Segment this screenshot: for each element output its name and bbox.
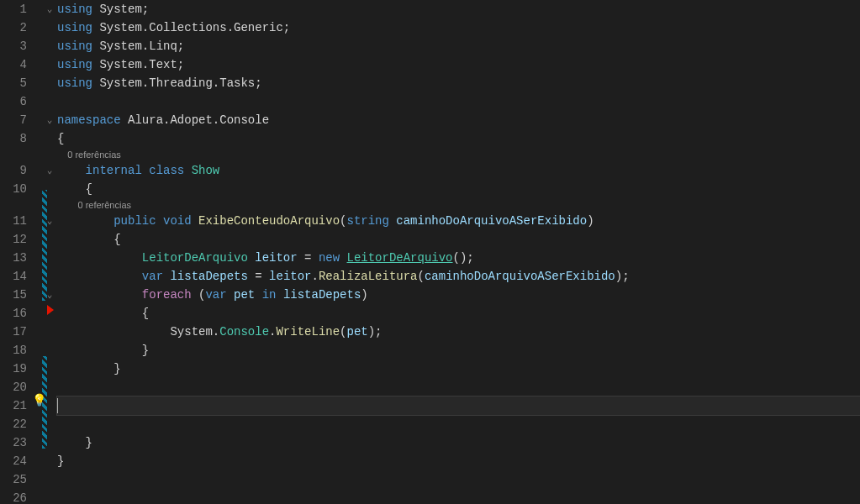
namespace-text: System: [92, 76, 142, 90]
line-number: [0, 198, 27, 212]
punct: ;: [177, 58, 184, 71]
namespace-text: Alura.Adopet.Console: [121, 113, 269, 127]
keyword-foreach: foreach: [142, 288, 198, 302]
namespace-text: .Collections.Generic: [142, 21, 283, 34]
namespace-text: System: [170, 325, 212, 339]
type-name: Console: [219, 325, 269, 339]
keyword-new: new: [319, 251, 347, 265]
punct: (: [340, 325, 346, 339]
line-number: 13: [0, 249, 27, 267]
line-number: 19: [0, 360, 27, 378]
code-line[interactable]: [57, 415, 860, 433]
line-number: 7: [0, 111, 27, 129]
namespace-text: System: [92, 21, 142, 34]
punct: {: [113, 233, 120, 246]
type-name: LeitorDeArquivo: [347, 251, 453, 265]
code-line[interactable]: namespace Alura.Adopet.Console: [57, 111, 860, 129]
line-number: 1: [0, 0, 27, 18]
operator: =: [298, 251, 319, 265]
codelens-references[interactable]: 0 referências: [57, 198, 860, 212]
keyword-internal: internal: [86, 164, 150, 177]
code-line[interactable]: }: [57, 341, 860, 360]
code-line[interactable]: {: [57, 129, 860, 148]
punct: ): [587, 214, 594, 228]
code-line[interactable]: using System.Linq;: [57, 37, 860, 55]
namespace-text: .Threading.Tasks: [142, 76, 255, 90]
code-line[interactable]: using System;: [57, 0, 860, 18]
code-line[interactable]: using System.Text;: [57, 55, 860, 74]
code-line[interactable]: LeitorDeArquivo leitor = new LeitorDeArq…: [57, 249, 860, 267]
code-editor[interactable]: 💡 1 2 3 4 5 6 7 8 9 10 11 12 13 14 15 16…: [0, 0, 860, 504]
punct: {: [57, 132, 64, 145]
code-line[interactable]: }: [57, 433, 860, 452]
keyword-using: using: [57, 21, 92, 34]
fold-toggle-icon[interactable]: ⌄: [42, 161, 57, 180]
fold-toggle-icon[interactable]: ⌄: [42, 111, 57, 129]
code-line[interactable]: [57, 378, 860, 396]
line-number: 23: [0, 433, 27, 452]
method-name: ExibeConteudoArquivo: [198, 214, 340, 228]
line-number: 9: [0, 161, 27, 180]
variable: listaDepets: [170, 270, 247, 283]
punct: ();: [453, 251, 474, 265]
keyword-using: using: [57, 3, 92, 16]
punct: {: [86, 182, 92, 196]
punct: }: [86, 436, 92, 449]
code-line[interactable]: }: [57, 452, 860, 470]
line-number: 8: [0, 129, 27, 148]
line-number: 20: [0, 378, 27, 396]
breakpoint-icon[interactable]: [47, 305, 54, 315]
line-number: 3: [0, 37, 27, 55]
code-line[interactable]: [57, 489, 860, 504]
punct: }: [142, 344, 149, 357]
code-line[interactable]: [57, 470, 860, 489]
punct: .: [213, 325, 219, 339]
codelens-references[interactable]: 0 referências: [57, 148, 860, 161]
code-line[interactable]: foreach (var pet in listaDepets): [57, 286, 860, 304]
method-name: WriteLine: [276, 325, 340, 339]
code-line[interactable]: }: [57, 360, 860, 378]
line-number: [0, 148, 27, 161]
code-line[interactable]: {: [57, 304, 860, 323]
punct: ;: [142, 3, 149, 16]
code-line[interactable]: public void ExibeConteudoArquivo(string …: [57, 212, 860, 230]
punct: ;: [177, 39, 184, 53]
code-line[interactable]: var listaDepets = leitor.RealizaLeitura(…: [57, 267, 860, 286]
namespace-text: System: [92, 39, 142, 53]
code-line[interactable]: internal class Show: [57, 161, 860, 180]
variable: pet: [347, 325, 368, 339]
keyword-var: var: [142, 270, 171, 283]
namespace-text: System: [92, 3, 142, 16]
keyword-using: using: [57, 39, 92, 53]
punct: {: [142, 307, 149, 320]
variable: listaDepets: [283, 288, 361, 302]
code-line-current[interactable]: [57, 396, 860, 415]
lightbulb-icon[interactable]: 💡: [32, 393, 46, 407]
line-number: 17: [0, 323, 27, 341]
code-line[interactable]: System.Console.WriteLine(pet);: [57, 323, 860, 341]
fold-toggle-icon[interactable]: ⌄: [42, 0, 57, 18]
keyword-var: var: [205, 288, 234, 302]
variable: leitor: [255, 251, 297, 265]
code-line[interactable]: {: [57, 180, 860, 198]
keyword-using: using: [57, 58, 92, 71]
keyword-using: using: [57, 76, 92, 90]
code-line[interactable]: using System.Collections.Generic;: [57, 18, 860, 37]
parameter: caminhoDoArquivoASerExibido: [396, 214, 587, 228]
line-number: 25: [0, 470, 27, 489]
keyword-class: class: [149, 164, 191, 177]
punct: ;: [255, 76, 261, 90]
code-line[interactable]: [57, 92, 860, 111]
code-line[interactable]: using System.Threading.Tasks;: [57, 74, 860, 92]
operator: =: [248, 270, 269, 283]
line-number: 12: [0, 230, 27, 249]
namespace-text: System: [92, 58, 142, 71]
line-number: 6: [0, 92, 27, 111]
namespace-text: .Text: [142, 58, 177, 71]
punct: ;: [283, 21, 290, 34]
code-content[interactable]: using System; using System.Collections.G…: [57, 0, 860, 504]
line-number: 2: [0, 18, 27, 37]
line-number: 15: [0, 286, 27, 304]
code-line[interactable]: {: [57, 230, 860, 249]
line-number: 14: [0, 267, 27, 286]
